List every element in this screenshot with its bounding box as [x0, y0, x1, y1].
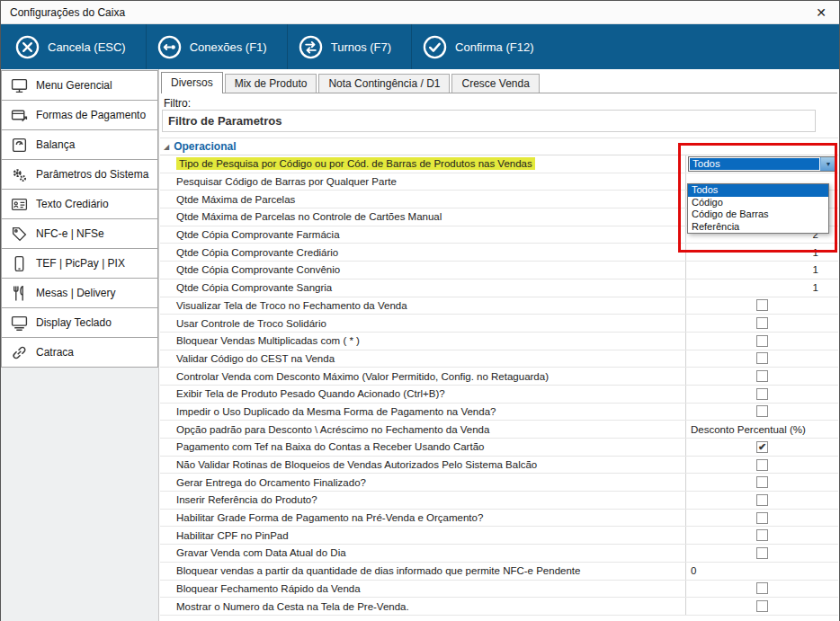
parameter-row[interactable]: Mostrar o Numero da Cesta na Tela de Pre…	[160, 598, 838, 616]
parameter-value-cell[interactable]	[685, 492, 838, 509]
checkbox[interactable]	[756, 494, 768, 506]
parameter-row[interactable]: Qtde Cópia Comprovante Sangria 1	[160, 279, 838, 297]
parameter-value-cell[interactable]	[685, 333, 838, 350]
parameter-value-cell[interactable]	[685, 297, 838, 315]
tab-cresce-venda[interactable]: Cresce Venda	[451, 74, 539, 93]
parameter-value[interactable]: 1	[813, 282, 818, 293]
checkbox[interactable]	[756, 529, 768, 541]
parameter-value[interactable]: 1	[813, 264, 818, 275]
checkbox[interactable]	[756, 459, 768, 471]
parameter-label-cell: Qtde Cópia Comprovante Convênio	[160, 262, 685, 279]
parameter-row[interactable]: Opção padrão para Desconto \ Acréscimo n…	[160, 421, 838, 439]
checkbox[interactable]	[756, 547, 768, 559]
search-type-combobox[interactable]: Todos ▼	[688, 156, 836, 172]
checkbox[interactable]	[756, 476, 768, 488]
checkbox[interactable]	[756, 582, 768, 594]
sidebar-item-nfc-e-nfse[interactable]: NFC-e | NFSe	[1, 218, 158, 249]
sidebar-item-tef-picpay-pix[interactable]: TEF | PicPay | PIX	[1, 248, 158, 279]
parameter-row[interactable]: Pagamento com Tef na Baixa do Contas a R…	[160, 439, 838, 457]
parameter-row[interactable]: Tipo de Pesquisa por Código ou por Cód. …	[160, 155, 838, 173]
parameter-row[interactable]: Gravar Venda com Data Atual do Dia	[160, 545, 838, 563]
parameter-value-cell[interactable]	[685, 404, 838, 421]
parameter-value[interactable]: Desconto Percentual (%)	[691, 424, 806, 435]
parameter-value-cell[interactable]: 1	[685, 262, 838, 279]
parameter-row[interactable]: Bloquear Vendas Multiplicadas com ( * )	[160, 333, 838, 350]
parameter-value-cell[interactable]: 1	[685, 244, 838, 261]
checkbox[interactable]	[756, 335, 768, 347]
toolbar-button-cancela-esc[interactable]: Cancela (ESC)	[4, 24, 146, 69]
parameter-label: Qtde Cópia Comprovante Sangria	[176, 282, 332, 293]
parameter-row[interactable]: Impedir o Uso Duplicado da Mesma Forma d…	[160, 404, 838, 421]
sidebar-item-label: Display Teclado	[36, 316, 112, 329]
parameter-value-cell[interactable]	[685, 598, 838, 615]
checkbox[interactable]: ✔	[756, 441, 768, 453]
parameter-row[interactable]: Qtde Cópia Comprovante Crediário 1	[160, 244, 838, 262]
checkbox[interactable]	[756, 388, 768, 400]
sidebar-item-texto-credi-rio[interactable]: Texto Crediário	[1, 189, 158, 219]
dropdown-option-todos[interactable]: Todos	[688, 184, 828, 197]
parameter-row[interactable]: Bloquear Fechamento Rápido da Venda	[160, 581, 838, 599]
parameter-value-cell[interactable]	[685, 510, 838, 527]
parameter-value-cell[interactable]: Desconto Percentual (%)	[685, 421, 838, 438]
parameter-row[interactable]: Inserir Referência do Produto?	[160, 492, 838, 510]
parameter-row[interactable]: Exibir Tela de Produto Pesado Quando Aci…	[160, 386, 838, 404]
parameter-row[interactable]: Bloquear vendas a partir da quantidade d…	[160, 563, 838, 581]
parameter-value-cell[interactable]: 0	[685, 563, 838, 580]
parameter-row[interactable]: Controlar Venda com Desconto Máximo (Val…	[160, 368, 838, 386]
toolbar-button-conex-es-f1[interactable]: Conexões (F1)	[146, 24, 287, 69]
sidebar-item-balan-a[interactable]: Balança	[1, 129, 158, 160]
parameter-row[interactable]: Usar Controle de Troco Solidário	[160, 315, 838, 333]
checkbox[interactable]	[756, 352, 768, 364]
parameter-value-cell[interactable]	[685, 474, 838, 491]
parameter-value-cell[interactable]	[685, 350, 838, 368]
parameter-label: Qtde Cópia Comprovante Farmácia	[176, 229, 340, 240]
parameter-value-cell[interactable]: 1	[685, 279, 838, 297]
parameter-value[interactable]: 1	[813, 247, 818, 258]
checkbox[interactable]	[756, 317, 768, 329]
tab-nota-conting-ncia-d1[interactable]: Nota Contingência / D1	[318, 74, 450, 93]
parameter-row[interactable]: Validar Código do CEST na Venda	[160, 350, 838, 368]
parameter-value-cell[interactable]	[685, 315, 838, 332]
parameter-row[interactable]: Habilitar Grade Forma de Pagamento na Pr…	[160, 510, 838, 528]
sidebar-item-display-teclado[interactable]: Display Teclado	[1, 307, 158, 338]
parameter-value-cell[interactable]: ✔	[685, 439, 838, 456]
parameter-value-cell[interactable]	[685, 545, 838, 562]
idcard-icon	[8, 194, 30, 214]
chevron-down-icon[interactable]: ▼	[820, 157, 836, 171]
dropdown-option-c-digo[interactable]: Código	[688, 197, 828, 209]
parameter-row[interactable]: Gerar Entrega do Orcamento Finalizado?	[160, 474, 838, 492]
sidebar-item-catraca[interactable]: Catraca	[1, 337, 158, 368]
parameter-value-cell[interactable]	[685, 386, 838, 403]
parameter-row[interactable]: Visualizar Tela de Troco no Fechamento d…	[160, 297, 838, 315]
close-icon[interactable]: ✕	[812, 5, 830, 20]
parameter-row[interactable]: Habilitar CPF no PinPad	[160, 527, 838, 545]
group-header-operacional[interactable]: ◢ Operacional	[160, 138, 838, 155]
dropdown-option-c-digo-de-barras[interactable]: Código de Barras	[688, 208, 828, 221]
filter-input[interactable]: Filtro de Parametros	[162, 110, 816, 132]
parameter-label: Qtde Máxima de Parcelas no Controle de C…	[176, 211, 442, 222]
tab-diversos[interactable]: Diversos	[161, 72, 223, 93]
parameter-value-cell[interactable]: Todos ▼	[685, 155, 838, 173]
checkbox[interactable]	[756, 512, 768, 524]
sidebar-item-mesas-delivery[interactable]: Mesas | Delivery	[1, 278, 158, 308]
parameter-value[interactable]: 0	[691, 565, 696, 576]
checkbox[interactable]	[756, 405, 768, 417]
parameter-row[interactable]: Não Validar Rotinas de Bloqueios de Vend…	[160, 457, 838, 475]
settings-window: Configurações do Caixa ✕ Cancela (ESC) C…	[0, 0, 840, 621]
toolbar-button-confirma-f12[interactable]: Confirma (F12)	[411, 24, 553, 69]
dropdown-option-refer-ncia[interactable]: Referência	[688, 221, 828, 234]
parameter-value-cell[interactable]	[685, 457, 838, 474]
sidebar-item-menu-gerencial[interactable]: Menu Gerencial	[1, 70, 158, 101]
parameter-label: Bloquear vendas a partir da quantidade d…	[176, 565, 580, 576]
sidebar-item-formas-de-pagamento[interactable]: Formas de Pagamento	[1, 100, 158, 130]
checkbox[interactable]	[756, 370, 768, 382]
tab-mix-de-produto[interactable]: Mix de Produto	[225, 74, 317, 93]
sidebar-item-par-metros-do-sistema[interactable]: Parâmetros do Sistema	[1, 159, 158, 190]
toolbar-button-turnos-f7[interactable]: Turnos (F7)	[287, 24, 411, 69]
parameter-value-cell[interactable]	[685, 581, 838, 598]
parameter-row[interactable]: Qtde Cópia Comprovante Convênio 1	[160, 262, 838, 279]
checkbox[interactable]	[756, 299, 768, 311]
parameter-value-cell[interactable]	[685, 527, 838, 544]
checkbox[interactable]	[756, 600, 768, 612]
parameter-value-cell[interactable]	[685, 368, 838, 385]
